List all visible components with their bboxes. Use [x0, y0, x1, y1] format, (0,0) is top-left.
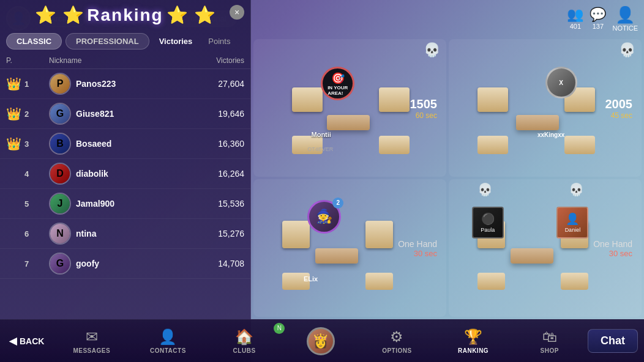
ranking-nav-icon: 🏆: [464, 328, 482, 345]
player-avatar: D: [49, 163, 71, 185]
nav-clubs-label: CLUBS: [233, 347, 256, 354]
messages-count: 137: [593, 23, 604, 30]
table-scene-1: 💀 🎯 IN YOURAREA! Montii OT4EVER 1505 60 …: [253, 39, 446, 177]
chair: [282, 221, 310, 248]
nav-contacts-label: cOntACTS: [150, 347, 186, 354]
victories-count: 27,604: [195, 79, 244, 89]
header-position: P.: [6, 56, 24, 65]
chair: [292, 87, 323, 112]
friends-icon: 👥: [567, 7, 583, 23]
table-row[interactable]: 5 J Jamal900 15,536: [0, 189, 250, 219]
nav-messages-label: MESSAGES: [73, 347, 110, 354]
rank-number: 1: [24, 79, 49, 89]
token-text: IN YOURAREA!: [328, 85, 348, 96]
table-row[interactable]: 6 N ntina 15,276: [0, 219, 250, 249]
game-table-1[interactable]: 💀 🎯 IN YOURAREA! Montii OT4EVER 1505 60 …: [253, 39, 446, 177]
table-row[interactable]: 7 G goofy 14,708: [0, 249, 250, 279]
nav-ranking-label: RANKING: [458, 347, 489, 354]
contacts-nav-icon: 👤: [159, 328, 177, 345]
match-info-1: 1505 60 sec: [410, 97, 438, 119]
player-info: N ntina: [49, 223, 195, 245]
player-info: G goofy: [49, 253, 195, 275]
match-type-4: One Hand: [593, 238, 632, 248]
player-avatar: B: [49, 133, 71, 155]
shop-nav-icon: 🛍: [542, 328, 557, 345]
player-avatar: G: [49, 103, 71, 125]
avatar-image: G: [50, 254, 70, 273]
notice-button[interactable]: 👤 NOTICE: [612, 6, 638, 32]
player-info: G Giuse821: [49, 103, 195, 125]
player-avatar: J: [49, 193, 71, 215]
elix-token-container: 🧙 2: [307, 200, 341, 234]
options-nav-icon: ⚙: [390, 328, 403, 345]
header-rank: [24, 56, 49, 65]
tab-victories[interactable]: Victories: [153, 34, 199, 49]
back-chevron-icon: ◀: [9, 335, 17, 347]
match-type-3: One Hand: [398, 238, 437, 248]
rank-number: 5: [24, 199, 49, 209]
player-name: Bosaeed: [76, 139, 111, 149]
avatar-image: P: [50, 74, 70, 94]
skull-icon: 💀: [619, 42, 635, 58]
chair-bottom: [379, 136, 410, 154]
avatar-image: N: [50, 224, 70, 243]
match-info-2: 2005 45 sec: [605, 97, 633, 119]
star-right-icon: ⭐: [167, 5, 188, 25]
table-row[interactable]: 👑 1 P Panos223 27,604: [0, 69, 250, 99]
top-bar-right: 👥 401 💬 137 👤 NOTICE: [567, 6, 638, 32]
friends-count: 401: [570, 23, 581, 30]
table-row[interactable]: 👑 3 B Bosaeed 16,360: [0, 129, 250, 159]
back-label: BACK: [20, 336, 44, 346]
match-score-2: 2005: [605, 97, 633, 111]
chair: [379, 87, 410, 112]
chair-bottom: [477, 273, 505, 290]
player-name: Panos223: [76, 79, 116, 89]
nav-shop[interactable]: 🛍 SHOP: [511, 325, 588, 357]
game-table-2[interactable]: 💀 X xxKingxx 2005 45 sec: [449, 39, 642, 177]
close-button[interactable]: ×: [230, 5, 244, 20]
nav-contacts[interactable]: 👤 cOntACTS: [130, 325, 206, 357]
bottom-nav: ◀ BACK ✉ MESSAGES 👤 cOntACTS 🏠 N CLUBS 👸…: [0, 319, 644, 362]
tab-points[interactable]: Points: [202, 34, 236, 49]
nav-messages[interactable]: ✉ MESSAGES: [53, 325, 130, 357]
star-left2-icon: ⭐: [62, 5, 84, 25]
player-avatar: G: [49, 253, 71, 275]
chair-bottom: [564, 136, 595, 154]
ranking-header: P. Nickname Victories: [0, 53, 250, 69]
paula-avatar: ⚫: [481, 212, 495, 226]
center-table: [511, 248, 553, 264]
avatar-image: B: [50, 134, 70, 153]
nav-avatar[interactable]: 👸: [282, 324, 359, 358]
nav-clubs[interactable]: 🏠 N CLUBS: [206, 325, 283, 357]
player-sub-1: OT4EVER: [307, 142, 333, 153]
player-name: Giuse821: [76, 109, 114, 119]
table-scene-2: 💀 X xxKingxx 2005 45 sec: [449, 39, 642, 177]
nav-options-label: OPTIONS: [382, 347, 412, 354]
tab-classic[interactable]: CLASSIC: [6, 33, 62, 50]
ranking-panel: ⭐ ⭐ Ranking ⭐ ⭐ × CLASSIC PROFESSIONAL V…: [0, 0, 251, 362]
chat-button[interactable]: Chat: [588, 329, 638, 353]
header-nickname: Nickname: [49, 56, 195, 65]
back-button[interactable]: ◀ BACK: [0, 329, 53, 353]
table-row[interactable]: 👑 2 G Giuse821 19,646: [0, 99, 250, 129]
rank-crown-icon: 👑: [6, 106, 24, 121]
avatar-image: J: [50, 194, 70, 213]
nav-options[interactable]: ⚙ OPTIONS: [359, 325, 435, 357]
match-score-1: 1505: [410, 97, 438, 111]
game-area: 💀 🎯 IN YOURAREA! Montii OT4EVER 1505 60 …: [251, 37, 644, 319]
avatar-image: D: [50, 164, 70, 183]
table-row[interactable]: 4 D diabolik 16,264: [0, 159, 250, 189]
tab-professional[interactable]: PROFESSIONAL: [66, 33, 149, 50]
game-table-4[interactable]: 💀 💀 ⚫ Paula 👤 Daniel One Hand 30 sec: [449, 179, 642, 317]
elix-label: ELix: [304, 273, 318, 284]
friends-item[interactable]: 👥 401: [567, 7, 583, 30]
table-scene-4: 💀 💀 ⚫ Paula 👤 Daniel One Hand 30 sec: [449, 179, 642, 317]
match-info-3: One Hand 30 sec: [398, 238, 437, 257]
victories-count: 16,264: [195, 169, 244, 179]
game-table-3[interactable]: 🧙 2 ELix One Hand 30 sec: [253, 179, 446, 317]
chair: [365, 221, 393, 248]
level-badge: 2: [332, 198, 343, 209]
chair: [477, 87, 508, 112]
messages-item[interactable]: 💬 137: [590, 7, 606, 30]
nav-ranking[interactable]: 🏆 RANKING: [435, 325, 512, 357]
